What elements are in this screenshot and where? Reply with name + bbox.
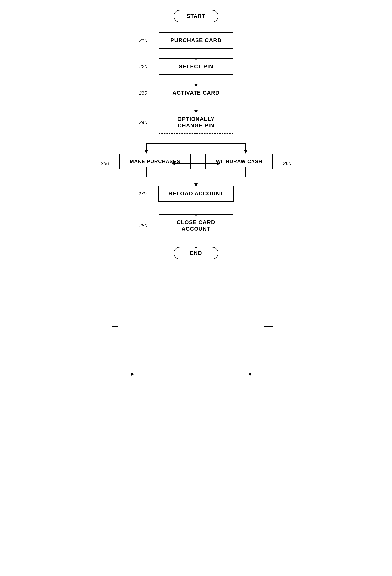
arrow-purchase-to-select — [196, 49, 196, 58]
label-280: 280 — [139, 223, 147, 229]
start-node: START — [174, 10, 218, 22]
activate-card-node: ACTIVATE CARD — [159, 85, 233, 101]
reload-account-node: RELOAD ACCOUNT — [158, 186, 234, 202]
label-270: 270 — [138, 191, 147, 197]
label-250: 250 — [101, 161, 109, 166]
reload-account-label: RELOAD ACCOUNT — [169, 191, 223, 197]
svg-marker-5 — [244, 150, 247, 154]
label-230: 230 — [139, 90, 147, 96]
purchase-card-label: PURCHASE CARD — [171, 37, 221, 44]
optionally-change-pin-node: OPTIONALLY CHANGE PIN — [159, 111, 233, 134]
withdraw-cash-label: WITHDRAW CASH — [216, 159, 262, 164]
converge-arrows-svg — [114, 167, 278, 187]
withdraw-cash-node: WITHDRAW CASH — [205, 154, 272, 169]
label-260: 260 — [283, 161, 291, 166]
label-220: 220 — [139, 64, 147, 70]
label-240: 240 — [139, 120, 147, 125]
split-arrows-svg — [114, 134, 278, 154]
start-label: START — [187, 13, 206, 19]
flowchart-diagram: START 210 PURCHASE CARD 220 SELECT PIN 2… — [109, 10, 283, 259]
purchase-card-node: PURCHASE CARD — [159, 32, 233, 49]
arrow-activate-to-optional — [196, 101, 196, 111]
svg-marker-3 — [145, 150, 148, 154]
svg-marker-15 — [248, 372, 251, 376]
svg-marker-14 — [131, 372, 134, 376]
arrow-start-to-purchase — [196, 22, 196, 32]
make-purchases-label: MAKE PURCHASES — [130, 159, 180, 164]
select-pin-label: SELECT PIN — [179, 63, 213, 70]
select-pin-node: SELECT PIN — [159, 58, 233, 75]
optionally-change-pin-label: OPTIONALLY CHANGE PIN — [178, 116, 214, 129]
label-210: 210 — [139, 38, 147, 43]
arrow-select-to-activate — [196, 75, 196, 85]
end-label: END — [190, 250, 202, 257]
close-card-account-label: CLOSE CARD ACCOUNT — [177, 219, 215, 232]
arrow-close-to-end — [196, 237, 196, 247]
end-node: END — [174, 247, 218, 259]
arrow-reload-to-close — [196, 202, 196, 214]
split-section: 250 MAKE PURCHASES 260 WITHDRAW CASH — [114, 134, 278, 187]
activate-card-label: ACTIVATE CARD — [173, 90, 219, 96]
make-purchases-node: MAKE PURCHASES — [119, 154, 191, 169]
close-card-account-node: CLOSE CARD ACCOUNT — [159, 214, 233, 237]
